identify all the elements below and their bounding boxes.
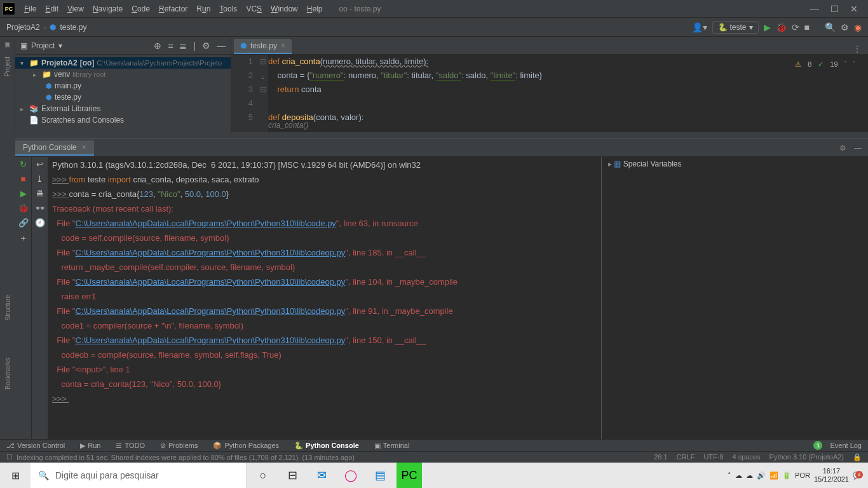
code-with-me-icon[interactable]: ◉ xyxy=(854,22,862,32)
run-icon[interactable]: ▶ xyxy=(20,189,27,198)
indent-setting[interactable]: 4 spaces xyxy=(733,453,761,461)
breadcrumb-project[interactable]: ProjetoA2 xyxy=(6,23,40,32)
tree-venv[interactable]: ▸ 📁 venv library root xyxy=(15,69,231,80)
debug-button[interactable]: 🐞 xyxy=(776,22,787,32)
tray-volume-icon[interactable]: 🔊 xyxy=(757,471,766,480)
task-timeline[interactable]: ⊟ xyxy=(280,463,305,488)
gear-icon[interactable]: ⚙ xyxy=(202,41,210,51)
debug-icon[interactable]: 🐞 xyxy=(18,203,29,213)
run-config-selector[interactable]: 🐍 teste ▾ xyxy=(712,21,759,34)
sidebar-tab-structure[interactable]: Structure xyxy=(4,292,11,323)
collapse-icon[interactable]: ≡ xyxy=(168,41,173,51)
target-icon[interactable]: ⊕ xyxy=(154,41,161,51)
chevron-down-icon[interactable]: ˇ xyxy=(853,57,855,71)
tool-python-console[interactable]: 🐍 Python Console xyxy=(294,442,359,450)
sidebar-tab-bookmarks[interactable]: Bookmarks xyxy=(4,355,11,392)
tool-python-packages[interactable]: 📦 Python Packages xyxy=(213,442,279,450)
tray-clock[interactable]: 16:17 15/12/2021 xyxy=(814,467,849,484)
task-explorer[interactable]: ▤ xyxy=(367,463,393,488)
sidebar-tab-project[interactable]: Project xyxy=(4,54,11,79)
interpreter[interactable]: Python 3.10 (ProjetoA2) xyxy=(770,453,844,461)
menu-vcs[interactable]: VCS xyxy=(242,3,266,15)
menu-edit[interactable]: Edit xyxy=(41,3,62,15)
new-console-icon[interactable]: ＋ xyxy=(19,233,27,244)
variables-pane[interactable]: ▸ ▦ Special Variables xyxy=(601,157,868,452)
tool-problems[interactable]: ⊘ Problems xyxy=(160,442,198,450)
chevron-down-icon[interactable]: ▾ xyxy=(58,41,62,50)
menu-navigate[interactable]: Navigate xyxy=(89,3,126,15)
expand-icon[interactable]: ≣ xyxy=(179,41,187,51)
close-button[interactable]: ✕ xyxy=(850,4,858,14)
project-tool-icon[interactable]: ▣ xyxy=(4,41,10,48)
menu-run[interactable]: Run xyxy=(193,3,214,15)
tool-todo[interactable]: ☰ TODO xyxy=(116,442,145,450)
menu-code[interactable]: Code xyxy=(128,3,154,15)
code-area[interactable]: def cria_conta(numero, titular, saldo, l… xyxy=(268,55,868,132)
windows-taskbar: ⊞ 🔍 Digite aqui para pesquisar ○ ⊟ ✉ ◯ ▤… xyxy=(0,463,868,488)
console-tab[interactable]: Python Console × xyxy=(15,140,94,156)
stop-icon[interactable]: ■ xyxy=(21,174,26,184)
task-cortana[interactable]: ○ xyxy=(250,463,276,488)
run-button[interactable]: ▶ xyxy=(764,22,771,32)
caret-position[interactable]: 26:1 xyxy=(654,453,667,461)
editor-body[interactable]: 1 2 3 4 5 ⊟⌞⊟ def cria_conta(numero, tit… xyxy=(231,55,868,132)
status-icon[interactable]: ☐ xyxy=(6,453,13,461)
rerun-icon[interactable]: ↻ xyxy=(20,159,27,169)
tray-cloud-icon[interactable]: ☁ xyxy=(746,471,753,480)
menu-file[interactable]: File xyxy=(20,3,40,15)
hide-icon[interactable]: — xyxy=(217,41,226,51)
maximize-button[interactable]: ☐ xyxy=(831,4,839,14)
breadcrumb-file[interactable]: teste.py xyxy=(60,23,86,32)
tree-main-py[interactable]: ⬢ main.py xyxy=(15,80,231,92)
tray-battery-icon[interactable]: 🔋 xyxy=(782,471,791,480)
chevron-up-icon[interactable]: ˆ xyxy=(844,57,847,71)
print-icon[interactable]: 🖶 xyxy=(36,189,44,198)
gear-icon[interactable]: ⚙ xyxy=(839,144,846,152)
inspection-widget[interactable]: ⚠ 8 ✓ 19 ˆ ˇ xyxy=(795,57,855,71)
toggle-wrap-icon[interactable]: ↩ xyxy=(36,159,43,169)
tray-language[interactable]: POR xyxy=(795,471,810,479)
tool-terminal[interactable]: ▣ Terminal xyxy=(374,442,410,450)
close-icon[interactable]: × xyxy=(281,41,285,50)
task-mail[interactable]: ✉ xyxy=(309,463,334,488)
menu-refactor[interactable]: Refactor xyxy=(155,3,191,15)
add-user-icon[interactable]: 👤▾ xyxy=(692,22,707,32)
tool-run[interactable]: ▶ Run xyxy=(80,442,100,450)
history-icon[interactable]: 🕘 xyxy=(35,218,45,227)
attach-icon[interactable]: 🔗 xyxy=(18,218,29,227)
tray-chevron-icon[interactable]: ˄ xyxy=(728,471,731,480)
tree-scratches[interactable]: 📄 Scratches and Consoles xyxy=(15,114,231,126)
editor-tab-teste[interactable]: ⬢ teste.py × xyxy=(234,39,292,54)
hide-icon[interactable]: — xyxy=(854,144,862,152)
menu-view[interactable]: View xyxy=(64,3,88,15)
scroll-end-icon[interactable]: ⤓ xyxy=(36,174,43,184)
menu-tools[interactable]: Tools xyxy=(215,3,241,15)
line-separator[interactable]: CRLF xyxy=(677,453,695,461)
settings-icon[interactable]: ⚙ xyxy=(841,22,849,32)
show-vars-icon[interactable]: 👓 xyxy=(35,203,45,213)
start-button[interactable]: ⊞ xyxy=(0,463,31,488)
tool-version-control[interactable]: ⎇ Version Control xyxy=(6,442,65,450)
menu-help[interactable]: Help xyxy=(303,3,327,15)
file-encoding[interactable]: UTF-8 xyxy=(703,453,723,461)
minimize-button[interactable]: — xyxy=(810,4,819,14)
tree-teste-py[interactable]: ⬢ teste.py xyxy=(15,92,231,103)
lock-icon[interactable]: 🔒 xyxy=(853,453,862,461)
chevron-right-icon[interactable]: ▸ xyxy=(608,159,612,168)
tray-onedrive-icon[interactable]: ☁ xyxy=(735,471,742,480)
search-icon[interactable]: 🔍 xyxy=(825,22,836,32)
run-coverage-button[interactable]: ⟳ xyxy=(792,22,799,32)
tree-root[interactable]: ▾ 📁 ProjetoA2 [oo] C:\Users\anala\Pychar… xyxy=(15,57,231,69)
close-icon[interactable]: × xyxy=(82,143,86,152)
menu-window[interactable]: Window xyxy=(267,3,302,15)
taskbar-search[interactable]: 🔍 Digite aqui para pesquisar xyxy=(31,463,247,488)
tab-menu-icon[interactable]: ⋮ xyxy=(846,44,868,54)
task-pycharm[interactable]: PC xyxy=(397,463,422,488)
tray-notifications-icon[interactable]: 💬 xyxy=(853,471,862,480)
task-opera[interactable]: ◯ xyxy=(338,463,363,488)
tray-wifi-icon[interactable]: 📶 xyxy=(770,471,778,480)
stop-button[interactable]: ■ xyxy=(804,22,810,32)
console-output[interactable]: Python 3.10.1 (tags/v3.10.1:2cd268a, Dec… xyxy=(48,157,601,452)
tool-event-log[interactable]: Event Log xyxy=(830,442,862,449)
tree-external-libs[interactable]: ▸ 📚 External Libraries xyxy=(15,103,231,114)
